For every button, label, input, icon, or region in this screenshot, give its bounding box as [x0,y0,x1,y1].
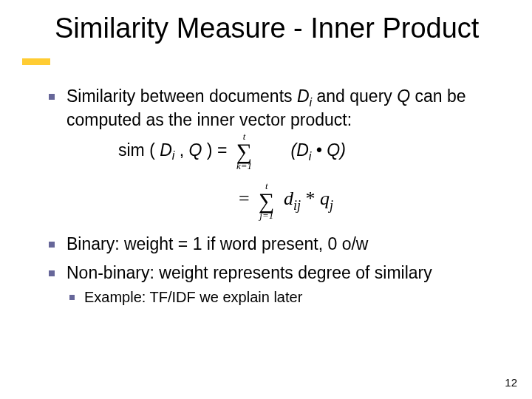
slide-title: Similarity Measure - Inner Product [55,13,479,44]
rhs-dot: • [311,140,327,160]
sum2-block: t ∑ j=1 [259,181,274,220]
rhs-close: ) [340,140,346,160]
b1-text-mid: and query [312,86,397,106]
sum1-bot: k=1 [236,161,252,171]
bullet-similarity: Similarity between documents Di and quer… [44,86,505,220]
b1-text-prefix: Similarity between documents [66,86,297,106]
bullet-list: Similarity between documents Di and quer… [44,86,505,307]
sum1-block: t ∑ k=1 [236,132,252,171]
bullet-nonbinary: Non-binary: weight represents degree of … [44,262,505,307]
b3-text: Non-binary: weight represents degree of … [66,263,432,282]
sigma-icon-2: ∑ [259,191,274,211]
sim-q: Q [189,140,202,160]
formula-line-2: = t ∑ j=1 dij * qj [66,181,505,220]
bullet-binary: Binary: weight = 1 if word present, 0 o/… [44,233,505,255]
eq2-j: j [330,198,333,213]
b1-q: Q [397,86,410,106]
page-number: 12 [505,376,517,389]
sub-bullet-example: Example: TF/IDF we explain later [66,288,505,307]
eq2-eq: = [239,188,254,210]
eq2-ij: ij [293,198,301,213]
sim-comma: , [174,140,188,160]
rhs-group: (Di • Q) [291,140,346,160]
sub-bullet-list: Example: TF/IDF we explain later [66,288,505,307]
slide: Similarity Measure - Inner Product Simil… [0,0,532,399]
rhs-q: Q [327,140,340,160]
slide-body: Similarity between documents Di and quer… [0,65,532,307]
sigma-icon: ∑ [236,141,252,161]
sim-d: D [160,140,172,160]
sum2-bot: j=1 [259,211,274,220]
b1-di: D [297,86,310,106]
sim-left: sim ( [118,140,160,160]
formula-line-1: sim ( Di , Q ) = t ∑ k=1 (Di • Q) [66,132,505,171]
sim-eq: ) = [202,140,231,160]
rhs-d: D [296,140,309,160]
eq2-star: * [301,188,320,210]
title-row: Similarity Measure - Inner Product [0,0,532,65]
eq2-d: d [284,188,293,210]
title-decoration-icon [22,52,50,65]
eq2-q: q [320,188,330,210]
